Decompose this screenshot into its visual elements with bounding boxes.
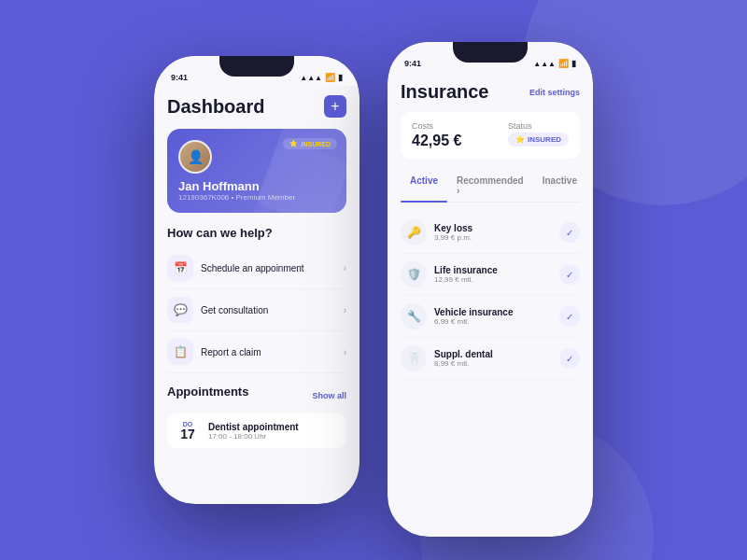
recommended-label: Recommended › <box>457 175 524 196</box>
signal-icon: ▲▲▲ <box>300 74 322 82</box>
ins-item-left-2: 🛡️ Life insurance 12,99 € mtl. <box>401 261 498 287</box>
battery-icon: ▮ <box>338 73 343 82</box>
status-star-icon: ⭐ <box>515 135 525 144</box>
status-label: Status <box>508 121 569 131</box>
dental-ins-name: Suppl. dental <box>434 349 493 359</box>
tab-active[interactable]: Active <box>401 170 447 202</box>
appointment-number: 17 <box>175 427 201 441</box>
notch-left <box>219 56 294 77</box>
check-icon-2: ✓ <box>559 264 580 285</box>
appointments-title: Appointments <box>167 385 248 399</box>
appointments-header: Appointments Show all <box>167 385 346 406</box>
ins-item-dental[interactable]: 🦷 Suppl. dental 8,99 € mtl. ✓ <box>401 338 580 380</box>
phone-dashboard: 9:41 ▲▲▲ 📶 ▮ Dashboard + <box>154 56 359 504</box>
insured-label: INSURED <box>301 141 331 147</box>
avatar-image: 👤 <box>180 142 210 172</box>
appointment-item[interactable]: Do 17 Dentist appointment 17:00 - 18:00 … <box>167 413 346 448</box>
ins-item-vehicle[interactable]: 🔧 Vehicle insurance 6,99 € mtl. ✓ <box>401 296 580 338</box>
check-icon-4: ✓ <box>559 348 580 369</box>
chevron-icon-claim: › <box>344 347 346 357</box>
ins-item-info-4: Suppl. dental 8,99 € mtl. <box>434 349 493 368</box>
notch-right <box>453 42 528 63</box>
screen-insurance: 9:41 ▲▲▲ 📶 ▮ Insurance Edit settings Cos <box>388 42 593 537</box>
dashboard-header: Dashboard + <box>167 95 346 118</box>
consultation-icon: 💬 <box>167 297 193 323</box>
insured-badge: ⭐ INSURED <box>283 138 337 149</box>
ins-item-left-3: 🔧 Vehicle insurance 6,99 € mtl. <box>401 303 514 329</box>
status-badge-text: INSURED <box>528 135 561 144</box>
ins-item-life[interactable]: 🛡️ Life insurance 12,99 € mtl. ✓ <box>401 254 580 296</box>
battery-icon-right: ▮ <box>571 59 576 68</box>
life-ins-price: 12,99 € mtl. <box>434 275 498 284</box>
help-section-title: How can we help? <box>167 226 346 240</box>
help-item-consultation[interactable]: 💬 Get consultation › <box>167 289 346 331</box>
costs-label: Costs <box>412 121 461 131</box>
chevron-icon-consultation: › <box>344 305 346 315</box>
help-item-claim[interactable]: 📋 Report a claim › <box>167 331 346 373</box>
ins-item-info-1: Key loss 3,99 € p.m. <box>434 223 472 242</box>
insurance-screen-content: Insurance Edit settings Costs 42,95 € St… <box>388 72 593 537</box>
consultation-label: Get consultation <box>201 305 268 315</box>
schedule-label: Schedule an appoinment <box>201 263 304 273</box>
status-time-left: 9:41 <box>171 73 188 82</box>
insured-star-icon: ⭐ <box>289 140 298 147</box>
vehicle-ins-icon: 🔧 <box>401 303 427 329</box>
appointment-time: 17:00 - 18:00 Uhr <box>208 432 299 441</box>
show-all-button[interactable]: Show all <box>312 391 346 400</box>
ins-item-info-3: Vehicle insurance 6,99 € mtl. <box>434 307 514 326</box>
costs-value: 42,95 € <box>412 133 461 149</box>
schedule-icon: 📅 <box>167 255 193 281</box>
claim-label: Report a claim <box>201 347 261 357</box>
costs-column: Costs 42,95 € <box>412 121 461 149</box>
appointment-info: Dentist appointment 17:00 - 18:00 Uhr <box>208 422 299 441</box>
dental-ins-icon: 🦷 <box>401 345 427 371</box>
appointment-title: Dentist appointment <box>208 422 299 432</box>
help-item-schedule[interactable]: 📅 Schedule an appoinment › <box>167 247 346 289</box>
ins-item-left-1: 🔑 Key loss 3,99 € p.m. <box>401 219 472 245</box>
signal-icon-right: ▲▲▲ <box>533 60 556 68</box>
screen-dashboard: 9:41 ▲▲▲ 📶 ▮ Dashboard + <box>154 56 359 504</box>
status-badge: ⭐ INSURED <box>508 133 569 147</box>
status-column: Status ⭐ INSURED <box>508 121 569 149</box>
tab-recommended[interactable]: Recommended › <box>447 170 533 202</box>
status-icons-right: ▲▲▲ 📶 ▮ <box>533 59 576 68</box>
avatar: 👤 <box>178 140 212 174</box>
insurance-title: Insurance <box>401 81 488 103</box>
edit-settings-button[interactable]: Edit settings <box>529 88 580 97</box>
dental-ins-price: 8,99 € mtl. <box>434 359 493 368</box>
insurance-tabs: Active Recommended › Inactive <box>401 170 580 203</box>
key-loss-price: 3,99 € p.m. <box>434 233 472 242</box>
costs-status-row: Costs 42,95 € Status ⭐ INSURED <box>401 112 580 159</box>
vehicle-ins-price: 6,99 € mtl. <box>434 317 514 326</box>
appointment-date: Do 17 <box>175 421 201 441</box>
life-ins-name: Life insurance <box>434 265 498 275</box>
check-icon-3: ✓ <box>559 306 580 327</box>
dashboard-screen-content: Dashboard + ⭐ INSURED 👤 Jan Hoffmann 12 <box>154 86 359 504</box>
chevron-icon-schedule: › <box>344 263 346 273</box>
add-button[interactable]: + <box>324 95 346 118</box>
help-item-left: 📅 Schedule an appoinment <box>167 255 304 281</box>
wifi-icon-right: 📶 <box>558 59 569 68</box>
wifi-icon: 📶 <box>325 73 335 82</box>
ins-item-key-loss[interactable]: 🔑 Key loss 3,99 € p.m. ✓ <box>401 212 580 254</box>
check-icon-1: ✓ <box>559 222 580 243</box>
status-time-right: 9:41 <box>404 59 421 68</box>
insurance-card[interactable]: ⭐ INSURED 👤 Jan Hoffmann 12190367K006 • … <box>167 129 346 213</box>
life-ins-icon: 🛡️ <box>401 261 427 287</box>
help-item-left-3: 📋 Report a claim <box>167 339 261 365</box>
status-icons-left: ▲▲▲ 📶 ▮ <box>300 73 343 82</box>
ins-item-info-2: Life insurance 12,99 € mtl. <box>434 265 498 284</box>
insurance-header: Insurance Edit settings <box>401 81 580 103</box>
tab-inactive[interactable]: Inactive <box>533 170 586 202</box>
key-loss-icon: 🔑 <box>401 219 427 245</box>
phone-insurance: 9:41 ▲▲▲ 📶 ▮ Insurance Edit settings Cos <box>388 42 593 537</box>
claim-icon: 📋 <box>167 339 193 365</box>
ins-item-left-4: 🦷 Suppl. dental 8,99 € mtl. <box>401 345 493 371</box>
key-loss-name: Key loss <box>434 223 472 233</box>
dashboard-title: Dashboard <box>167 96 264 118</box>
vehicle-ins-name: Vehicle insurance <box>434 307 514 317</box>
help-item-left-2: 💬 Get consultation <box>167 297 268 323</box>
